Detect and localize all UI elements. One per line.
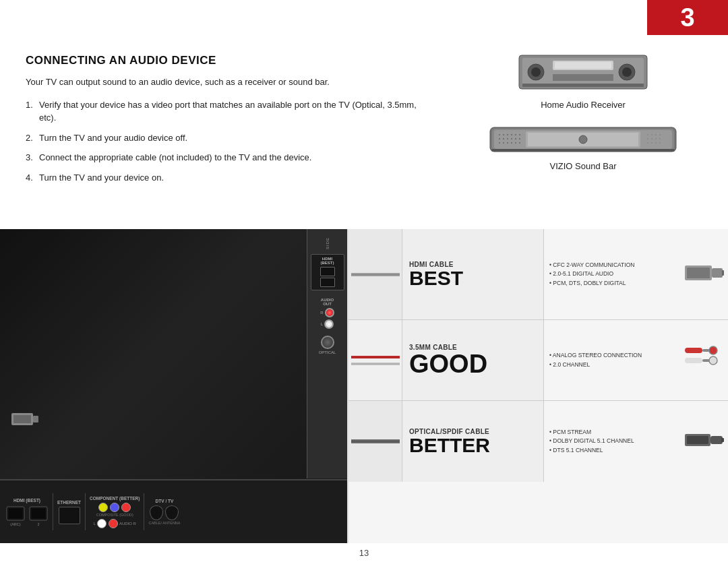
svg-rect-26 xyxy=(503,142,504,144)
svg-rect-9 xyxy=(522,84,644,87)
diagram-section: SIDE HDMI(BEST) AUDIOOUT R L xyxy=(0,229,728,543)
svg-rect-41 xyxy=(647,142,648,144)
page-number: 3 xyxy=(680,3,694,32)
hdmi-plug-icon xyxy=(10,408,40,431)
optical-wire-area xyxy=(348,401,402,482)
optical-quality-label: BETTER xyxy=(409,435,537,456)
hdmi-wire xyxy=(351,273,400,276)
steps-list: 1. Verify that your device has a video p… xyxy=(26,98,425,185)
svg-rect-49 xyxy=(13,415,31,423)
35mm-spec-1: • ANALOG STEREO CONNECTION xyxy=(549,351,675,361)
svg-rect-14 xyxy=(503,134,504,135)
cable-antenna-label: CABLE/ ANTENNA xyxy=(148,521,180,525)
bottom-hdmi-group: HDMI (BEST) (ARC) xyxy=(5,498,49,526)
optical-cable-row: OPTICAL/SPDIF CABLE BETTER • PCM STREAM … xyxy=(348,401,728,482)
dtv-group: DTV / TV CABLE/ ANTENNA xyxy=(148,499,180,525)
step-1-text: Verify that your device has a video port… xyxy=(39,100,417,123)
svg-rect-30 xyxy=(519,142,520,144)
svg-rect-55 xyxy=(687,268,710,278)
hdmi-num2: 2 xyxy=(37,522,39,526)
svg-rect-39 xyxy=(655,138,657,139)
optical-info-box: OPTICAL/SPDIF CABLE BETTER xyxy=(402,401,544,482)
svg-rect-29 xyxy=(515,142,516,144)
svg-rect-21 xyxy=(507,138,508,139)
svg-rect-43 xyxy=(655,142,657,144)
svg-rect-25 xyxy=(499,142,500,144)
rca-l-wire xyxy=(351,363,400,365)
component-pb-port xyxy=(110,503,119,512)
rca-l-row: L xyxy=(321,319,334,329)
component-label: COMPONENT (BETTER) xyxy=(90,496,140,501)
l-label: L xyxy=(321,322,323,326)
hdmi-2-icon xyxy=(28,505,49,522)
step-4-text: Turn the TV and your device on. xyxy=(39,173,164,183)
svg-point-60 xyxy=(709,346,717,354)
home-audio-receiver-label: Home Audio Receiver xyxy=(541,100,626,110)
optical-spec-1: • PCM STREAM xyxy=(549,428,675,437)
hdmi-specs: • CFC 2-WAY COMMUNICATION • 2.0-5.1 DIGI… xyxy=(544,229,681,319)
ethernet-port xyxy=(59,507,80,524)
step-3-text: Connect the appropriate cable (not inclu… xyxy=(39,152,311,162)
audio-out-label: AUDIOOUT xyxy=(321,298,334,306)
dtv-label: DTV / TV xyxy=(156,499,174,503)
page-number-bottom: 13 xyxy=(359,548,369,558)
35mm-specs: • ANALOG STEREO CONNECTION • 2.0 CHANNEL xyxy=(544,320,681,400)
svg-rect-22 xyxy=(511,138,512,139)
hdmi-wire-area xyxy=(348,229,402,319)
svg-rect-66 xyxy=(710,436,723,444)
audio-r-label: AUDIO R xyxy=(119,522,136,526)
optical-specs: • PCM STREAM • DOLBY DIGITAL 5.1 CHANNEL… xyxy=(544,401,681,482)
svg-point-7 xyxy=(622,67,632,77)
component-ports xyxy=(98,503,131,512)
rca-connector-icon xyxy=(685,346,724,375)
svg-rect-40 xyxy=(659,138,661,139)
step-2: 2. Turn the TV and your audio device off… xyxy=(26,131,425,145)
svg-rect-42 xyxy=(651,142,653,144)
svg-rect-56 xyxy=(712,268,723,278)
bottom-ports-strip: HDMI (BEST) (ARC) xyxy=(0,479,347,543)
optical-label: OPTICAL xyxy=(319,350,336,354)
step-4: 4. Turn the TV and your device on. xyxy=(26,171,425,185)
svg-rect-61 xyxy=(685,358,702,363)
audio-rl-ports: L AUDIO R xyxy=(94,519,136,528)
optical-connector-icon xyxy=(685,431,724,451)
hdmi-info-box: HDMI CABLE BEST xyxy=(402,229,544,319)
side-connector-panel: SIDE HDMI(BEST) AUDIOOUT R L xyxy=(307,229,347,478)
svg-point-3 xyxy=(531,67,541,77)
35mm-cable-row: 3.5MM CABLE GOOD • ANALOG STEREO CONNECT… xyxy=(348,320,728,401)
svg-point-45 xyxy=(579,135,587,144)
svg-rect-53 xyxy=(32,509,45,518)
step-3: 3. Connect the appropriate cable (not in… xyxy=(26,151,425,164)
component-group: COMPONENT (BETTER) COMPOSITE (GOOD) L AU xyxy=(90,496,140,528)
step-4-num: 4. xyxy=(26,171,33,185)
audio-l-group: L xyxy=(94,519,107,528)
dtv-ports xyxy=(150,505,179,520)
svg-rect-5 xyxy=(555,62,611,69)
intro-text: Your TV can output sound to an audio dev… xyxy=(26,75,425,89)
step-2-text: Turn the TV and your audio device off. xyxy=(39,133,187,143)
side-label-text: SIDE xyxy=(326,237,330,249)
svg-rect-48 xyxy=(33,416,38,423)
svg-rect-33 xyxy=(647,134,648,135)
rca-r-row: R xyxy=(320,308,334,317)
audio-r-port xyxy=(109,519,118,528)
divider-2 xyxy=(85,493,86,530)
vizio-sound-bar-image xyxy=(489,122,677,157)
component-y-port xyxy=(98,503,108,512)
svg-rect-36 xyxy=(659,134,661,135)
hdmi-quality-label: BEST xyxy=(409,268,537,288)
composite-label: COMPOSITE (GOOD) xyxy=(96,513,133,517)
dtv-port-1 xyxy=(150,505,163,520)
optical-connector-area xyxy=(681,401,728,482)
step-2-num: 2. xyxy=(26,131,33,145)
svg-rect-65 xyxy=(687,436,708,444)
hdmi-1-port: (ARC) xyxy=(5,505,26,526)
optical-wire xyxy=(351,439,400,443)
page-header: 3 xyxy=(647,0,728,35)
svg-rect-24 xyxy=(519,138,520,139)
hdmi-1-icon xyxy=(5,505,26,522)
svg-rect-16 xyxy=(511,134,512,135)
hdmi-spec-1: • CFC 2-WAY COMMUNICATION xyxy=(549,261,675,270)
hdmi-cable-row: HDMI CABLE BEST • CFC 2-WAY COMMUNICATIO… xyxy=(348,229,728,320)
hdmi-connector-icon xyxy=(685,262,724,286)
